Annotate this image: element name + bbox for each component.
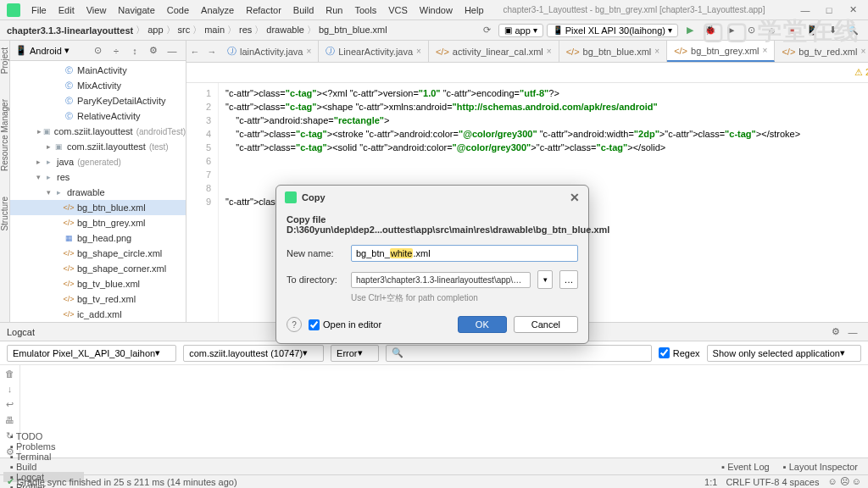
- panel-hide-icon[interactable]: —: [844, 324, 861, 341]
- hide-icon[interactable]: —: [164, 42, 181, 59]
- rail-structure[interactable]: Structure: [0, 197, 9, 231]
- tab-close-icon[interactable]: ×: [763, 46, 768, 55]
- sync-icon[interactable]: ⟳: [478, 22, 495, 39]
- tree-node[interactable]: </>bg_btn_blue.xml: [10, 200, 186, 215]
- editor-tab[interactable]: </>bg_btn_blue.xml×: [559, 41, 667, 62]
- browse-button[interactable]: …: [559, 270, 578, 289]
- editor-tab[interactable]: </>activity_linear_cal.xml×: [429, 41, 559, 62]
- rail-project[interactable]: Project: [0, 47, 9, 74]
- ok-button[interactable]: OK: [458, 316, 507, 333]
- tool-tab-build[interactable]: ▪ Build: [3, 462, 84, 472]
- device-selector[interactable]: 📱 Pixel XL API 30(laihong) ▾: [547, 24, 678, 37]
- run-icon[interactable]: ▶: [682, 22, 698, 39]
- editor-tab[interactable]: </>bg_tv_red.xml×: [775, 41, 868, 62]
- tree-node[interactable]: ⒸRelativeActivity: [10, 108, 186, 124]
- tree-node[interactable]: ▸▸java(generated): [10, 154, 186, 169]
- tree-node[interactable]: </>bg_btn_grey.xml: [10, 215, 186, 230]
- tree-node[interactable]: </>bg_tv_blue.xml: [10, 276, 186, 291]
- logcat-filter-selector[interactable]: Show only selected application ▾: [707, 345, 861, 362]
- stop-icon[interactable]: ■: [783, 22, 800, 39]
- logcat-output[interactable]: [20, 365, 868, 458]
- status-encoding[interactable]: CRLF UTF-8 4 spaces: [726, 477, 819, 487]
- logcat-level-selector[interactable]: Error ▾: [331, 345, 378, 362]
- cancel-button[interactable]: Cancel: [514, 316, 578, 333]
- breadcrumb-part[interactable]: app: [147, 25, 163, 35]
- breadcrumb-part[interactable]: res: [239, 25, 252, 35]
- logcat-wrap-icon[interactable]: ↩: [6, 399, 14, 410]
- attach-icon[interactable]: ⎋: [763, 22, 780, 39]
- menu-navigate[interactable]: Navigate: [112, 5, 160, 15]
- menu-help[interactable]: Help: [459, 5, 490, 15]
- project-tree[interactable]: ⒸMainActivityⒸMixActivityⒸParyKeyDetailA…: [10, 61, 186, 322]
- editor-tab[interactable]: </>bg_btn_grey.xml×: [667, 41, 775, 62]
- coverage-icon[interactable]: ▶: [722, 22, 739, 39]
- tree-node[interactable]: ▾▸drawable: [10, 185, 186, 200]
- menu-tools[interactable]: Tools: [348, 5, 382, 15]
- menu-analyze[interactable]: Analyze: [195, 5, 240, 15]
- menu-refactor[interactable]: Refactor: [240, 5, 287, 15]
- logcat-device-selector[interactable]: Emulator Pixel_XL_API_30_laihon ▾: [7, 345, 176, 362]
- tree-node[interactable]: ⒸParyKeyDetailActivity: [10, 93, 186, 108]
- directory-history-icon[interactable]: ▾: [537, 270, 553, 289]
- minimize-icon[interactable]: —: [797, 2, 814, 19]
- warning-widget[interactable]: ⚠ 2 ∧ ∨: [854, 67, 868, 78]
- tool-tab-problems[interactable]: ▪ Problems: [3, 441, 84, 452]
- debug-icon[interactable]: 🐞: [702, 22, 719, 39]
- dialog-close-icon[interactable]: ✕: [570, 191, 580, 204]
- menu-view[interactable]: View: [81, 5, 113, 15]
- tree-node[interactable]: </>ic_add.xml: [10, 307, 186, 322]
- search-icon[interactable]: 🔍: [844, 22, 861, 39]
- open-in-editor-checkbox[interactable]: Open in editor: [309, 319, 381, 330]
- tree-node[interactable]: ▾▸res: [10, 169, 186, 185]
- menu-edit[interactable]: Edit: [53, 5, 81, 15]
- logcat-regex-checkbox[interactable]: Regex: [659, 347, 700, 358]
- project-view-selector[interactable]: 📱 Android ▾: [15, 45, 70, 56]
- logcat-clear-icon[interactable]: 🗑: [5, 369, 14, 379]
- collapse-icon[interactable]: ↕: [126, 42, 143, 59]
- breadcrumb-part[interactable]: main: [204, 25, 225, 35]
- tree-node[interactable]: ▸▣com.sziit.layouttest(test): [10, 139, 186, 154]
- expand-icon[interactable]: ÷: [108, 42, 125, 59]
- tool-tab-terminal[interactable]: ▪ Terminal: [3, 452, 84, 462]
- help-icon[interactable]: ?: [287, 317, 302, 332]
- to-directory-input[interactable]: hapter3\chapter3.1.3-linearlayouttest\ap…: [351, 272, 531, 288]
- tree-node[interactable]: </>bg_tv_red.xml: [10, 291, 186, 307]
- tool-tab-todo[interactable]: ▪ TODO: [3, 431, 84, 441]
- run-config-selector[interactable]: ▣ app ▾: [498, 24, 542, 37]
- tree-node[interactable]: ▸▣com.sziit.layouttest(androidTest): [10, 124, 186, 139]
- menu-file[interactable]: File: [25, 5, 53, 15]
- profile-icon[interactable]: ⊙: [743, 22, 760, 39]
- maximize-icon[interactable]: □: [821, 2, 837, 19]
- avd-icon[interactable]: 📱: [804, 22, 821, 39]
- tab-close-icon[interactable]: ×: [547, 47, 552, 56]
- gear-icon[interactable]: ⚙: [145, 42, 162, 59]
- tab-close-icon[interactable]: ×: [860, 47, 865, 56]
- tree-node[interactable]: ▦bg_head.png: [10, 230, 186, 246]
- tool-tab-layout-inspector[interactable]: ▪ Layout Inspector: [776, 462, 865, 472]
- logcat-scroll-icon[interactable]: ↓: [8, 384, 13, 394]
- select-opened-icon[interactable]: ⊙: [89, 42, 106, 59]
- tree-node[interactable]: </>bg_shape_corner.xml: [10, 261, 186, 276]
- status-position[interactable]: 1:1: [704, 477, 717, 487]
- menu-run[interactable]: Run: [320, 5, 348, 15]
- close-icon[interactable]: ✕: [844, 2, 861, 19]
- tree-node[interactable]: ⒸMainActivity: [10, 63, 186, 78]
- breadcrumb-root[interactable]: chapter3.1.3-linearlayouttest: [7, 25, 133, 36]
- tab-close-icon[interactable]: ×: [306, 47, 311, 56]
- menu-window[interactable]: Window: [414, 5, 459, 15]
- editor-tab[interactable]: ⒿLinearActivity.java×: [319, 41, 429, 62]
- menu-code[interactable]: Code: [161, 5, 195, 15]
- breadcrumb-part[interactable]: bg_btn_blue.xml: [319, 25, 387, 35]
- breadcrumb-part[interactable]: drawable: [266, 25, 304, 35]
- editor-tab[interactable]: ⒿlainActivity.java×: [220, 41, 319, 62]
- tab-close-icon[interactable]: ×: [654, 47, 659, 56]
- logcat-process-selector[interactable]: com.sziit.layouttest (10747) ▾: [183, 345, 324, 362]
- new-name-input[interactable]: bg_btn_white.xml: [351, 245, 578, 262]
- breadcrumb-part[interactable]: src: [178, 25, 191, 35]
- sdk-icon[interactable]: ⬇: [824, 22, 841, 39]
- menu-build[interactable]: Build: [287, 5, 320, 15]
- logcat-search-input[interactable]: 🔍: [386, 345, 652, 362]
- tool-tab-event-log[interactable]: ▪ Event Log: [715, 462, 776, 472]
- logcat-print-icon[interactable]: 🖶: [5, 415, 14, 425]
- tab-prev-icon[interactable]: ←: [186, 43, 203, 60]
